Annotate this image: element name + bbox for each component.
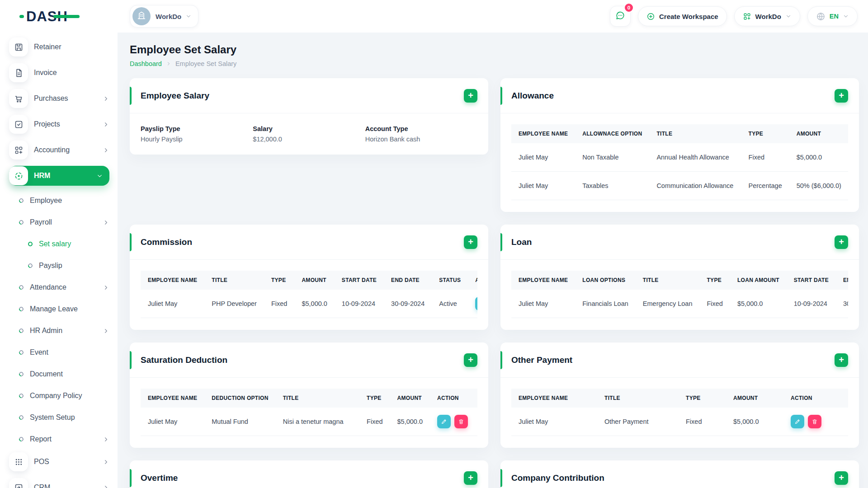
workdo-menu-label: WorkDo (755, 13, 781, 20)
sidebar-item-label: Manage Leave (30, 305, 78, 313)
card-employee-salary: Employee Salary + Payslip Type Hourly Pa… (130, 78, 488, 155)
add-saturation-deduction-button[interactable]: + (464, 353, 477, 367)
create-workspace-button[interactable]: Create Workspace (638, 6, 727, 26)
column-header: EMPLOYEE NAME (511, 389, 597, 408)
chevron-right-icon (103, 328, 109, 334)
card-title: Loan (511, 237, 532, 247)
messages-button[interactable]: 0 (610, 6, 631, 27)
sidebar-item-hr-admin[interactable]: HR Admin (9, 322, 109, 340)
sidebar-item-manage-leave[interactable]: Manage Leave (9, 300, 109, 318)
card-header: Other Payment + (500, 343, 859, 378)
workspace-switcher[interactable]: WorkDo (130, 5, 198, 28)
building-icon (137, 10, 146, 22)
table-header-row: EMPLOYEE NAMELOAN OPTIONSTITLETYPELOAN A… (511, 271, 848, 290)
sidebar-item-event[interactable]: Event (9, 343, 109, 361)
column-header: EMPLOYEE NAME (511, 124, 575, 143)
workdo-menu-button[interactable]: WorkDo (734, 6, 800, 26)
add-other-payment-button[interactable]: + (835, 353, 848, 367)
sidebar-item-payslip[interactable]: Payslip (9, 257, 109, 275)
sidebar-item-label: Report (30, 435, 52, 443)
actions-cell (783, 408, 848, 436)
card-title: Saturation Deduction (141, 355, 227, 365)
sidebar-item-employee[interactable]: Employee (9, 192, 109, 210)
workspace-avatar (132, 7, 151, 25)
chevron-right-icon (103, 459, 109, 465)
chevron-right-icon (103, 147, 109, 154)
card-header: Saturation Deduction + (130, 343, 488, 378)
breadcrumb-dashboard-link[interactable]: Dashboard (130, 60, 162, 67)
field-account-type: Account Type Horizon Bank cash (365, 125, 477, 143)
add-employee-salary-button[interactable]: + (464, 89, 477, 103)
sidebar-item-company-policy[interactable]: Company Policy (9, 387, 109, 405)
table-cell: 50% ($6,000.0) (789, 172, 848, 200)
cards-grid: Employee Salary + Payslip Type Hourly Pa… (130, 78, 859, 488)
loan-table-wrap: EMPLOYEE NAMELOAN OPTIONSTITLETYPELOAN A… (511, 271, 848, 318)
table-cell: Juliet May (141, 408, 204, 436)
sidebar-item-label: Accounting (34, 146, 70, 154)
card-accent (130, 469, 132, 487)
bullet-icon (18, 436, 24, 442)
sidebar-item-label: CRM (34, 483, 50, 488)
edit-button[interactable] (475, 297, 477, 310)
brand-logo[interactable]: DASH (0, 0, 118, 33)
card-commission: Commission + EMPLOYEE NAMETITLETYPEAMOUN… (130, 225, 488, 330)
add-overtime-button[interactable]: + (464, 471, 477, 485)
sidebar-item-label: Company Policy (30, 392, 82, 400)
edit-button[interactable] (437, 415, 451, 428)
column-header: STATUS (432, 271, 468, 290)
column-header: ACTION (783, 389, 848, 408)
table-cell: Active (432, 290, 468, 318)
column-header: TITLE (649, 124, 741, 143)
table-cell: Nisi a tenetur magna (276, 408, 359, 436)
sidebar-item-invoice[interactable]: Invoice (9, 63, 109, 83)
sidebar-item-projects[interactable]: Projects (9, 114, 109, 134)
language-label: EN (830, 13, 839, 20)
sidebar-item-accounting[interactable]: Accounting (9, 140, 109, 160)
grid-plus-icon (9, 141, 28, 160)
sidebar-item-system-setup[interactable]: System Setup (9, 408, 109, 427)
card-header: Employee Salary + (130, 78, 488, 113)
sidebar-nav: RetainerInvoicePurchasesProjectsAccounti… (0, 33, 118, 488)
cart-icon (9, 89, 28, 108)
sidebar-item-crm[interactable]: CRM (9, 478, 109, 488)
table-cell: Non Taxable (575, 143, 649, 172)
sidebar-item-label: Employee (30, 197, 62, 205)
sidebar-item-report[interactable]: Report (9, 430, 109, 448)
column-header: TYPE (359, 389, 390, 408)
sidebar-item-label: HR Admin (30, 327, 62, 335)
table-cell: Taxables (575, 172, 649, 200)
delete-button[interactable] (454, 415, 468, 428)
sidebar-item-retainer[interactable]: Retainer (9, 37, 109, 57)
sidebar-item-pos[interactable]: POS (9, 452, 109, 472)
check-square-icon (9, 115, 28, 134)
chevron-right-icon (103, 95, 109, 102)
table-cell: Juliet May (511, 290, 575, 318)
table-cell: Annual Health Allowance (649, 143, 741, 172)
sidebar-item-purchases[interactable]: Purchases (9, 89, 109, 108)
plus-circle-icon (646, 12, 655, 21)
card-title: Commission (141, 237, 192, 247)
actions-cell (468, 290, 477, 318)
table-cell: 30-09-2024 (384, 290, 432, 318)
sidebar-item-payroll[interactable]: Payroll (9, 213, 109, 231)
sidebar-item-hrm[interactable]: HRM (9, 166, 109, 186)
add-loan-button[interactable]: + (835, 235, 848, 249)
sidebar-item-label: Attendance (30, 283, 66, 291)
sidebar-item-document[interactable]: Document (9, 365, 109, 383)
edit-button[interactable] (791, 415, 804, 428)
add-company-contribution-button[interactable]: + (835, 471, 848, 485)
add-allowance-button[interactable]: + (835, 89, 848, 103)
allowance-table: EMPLOYEE NAMEALLOWNACE OPTIONTITLETYPEAM… (511, 124, 848, 200)
language-selector[interactable]: EN (807, 6, 858, 26)
sidebar-item-attendance[interactable]: Attendance (9, 278, 109, 296)
card-accent (500, 351, 502, 369)
table-cell: Fixed (264, 290, 294, 318)
column-header: AMOUNT (726, 389, 783, 408)
sidebar-item-set-salary[interactable]: Set salary (9, 235, 109, 253)
column-header: ALLOWNACE OPTION (575, 124, 649, 143)
table-cell: Fixed (679, 408, 726, 436)
add-commission-button[interactable]: + (464, 235, 477, 249)
card-overtime: Overtime + (130, 460, 488, 488)
card-title: Company Contribution (511, 473, 604, 483)
delete-button[interactable] (808, 415, 821, 428)
